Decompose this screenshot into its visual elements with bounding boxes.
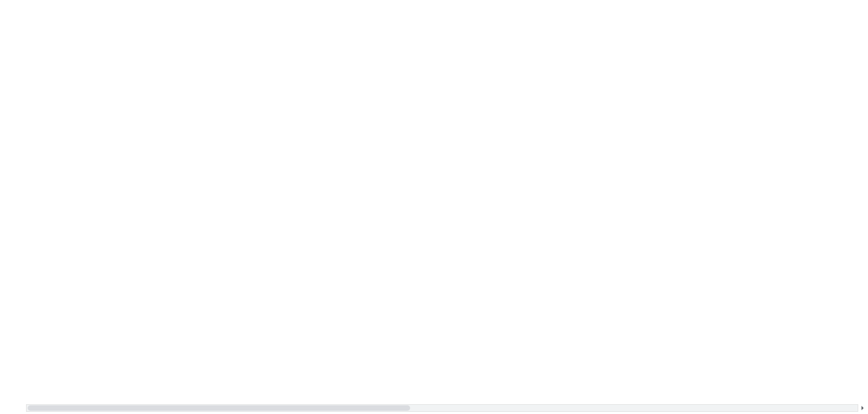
scrollbar-thumb[interactable] [28,405,410,411]
scroll-right-arrow[interactable] [859,404,866,412]
horizontal-scrollbar[interactable] [26,404,858,412]
